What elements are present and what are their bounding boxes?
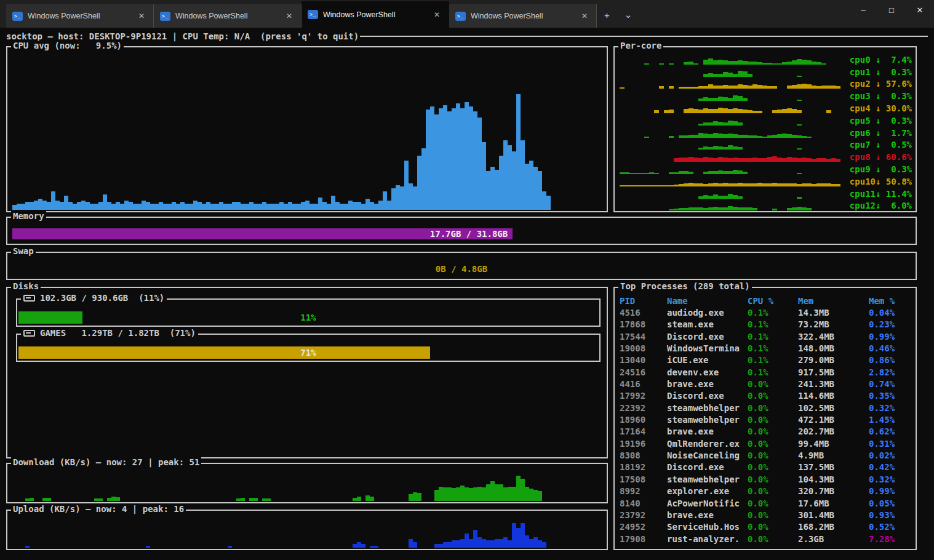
process-mem-pct: 0.04% (869, 308, 913, 318)
process-mem: 168.2MB (798, 522, 869, 532)
process-mem-pct: 7.28% (869, 534, 913, 544)
disks-panel: Disks 102.3GB / 930.6GB (11%) 11% GAMES … (6, 287, 608, 458)
core-row: cpu11↓ 11.4% (620, 186, 913, 199)
process-pid: 4516 (620, 308, 667, 318)
disk-games: GAMES 1.29TB / 1.82TB (71%) 71% (16, 334, 601, 362)
process-mem-pct: 0.99% (869, 332, 913, 342)
disk-system-percent: 11% (18, 311, 598, 324)
process-cpu-pct: 0.1% (748, 308, 798, 318)
process-row: 24516 devenv.exe 0.1% 917.5MB 2.82% (620, 366, 913, 378)
tab-close-icon[interactable]: ✕ (135, 10, 148, 22)
core-row: cpu0 ↓ 7.4% (620, 52, 913, 65)
swap-gauge: 0B / 4.8GB (12, 263, 911, 274)
core-label: cpu10↓ 50.8% (840, 177, 913, 186)
process-mem: 322.4MB (798, 332, 869, 342)
process-cpu-pct: 0.0% (748, 450, 798, 460)
minimize-button[interactable]: – (849, 0, 877, 20)
top-processes-title: Top Processes (289 total) (618, 281, 752, 291)
process-pid: 18960 (620, 415, 667, 425)
app-header: socktop — host: DESKTOP-9P19121 | CPU Te… (6, 30, 928, 42)
cpu-avg-chart (12, 56, 602, 210)
process-mem-pct: 0.31% (869, 439, 913, 449)
core-row: cpu6 ↓ 1.7% (620, 126, 913, 138)
core-sparkline (620, 199, 840, 210)
powershell-icon: >_ (12, 12, 23, 21)
process-row: 18960 steamwebhelper 0.0% 472.1MB 1.45% (620, 414, 913, 425)
process-name: QmlRenderer.ex (667, 439, 748, 449)
swap-panel: Swap 0B / 4.8GB (6, 252, 917, 280)
disk-system-title: 102.3GB / 930.6GB (11%) (21, 293, 167, 303)
process-name: steam.exe (667, 319, 748, 329)
core-row: cpu10↓ 50.8% (620, 174, 913, 186)
process-pid: 4416 (620, 379, 667, 389)
process-mem-pct: 0.52% (869, 522, 913, 532)
tab-close-icon[interactable]: ✕ (431, 9, 443, 20)
core-row: cpu1 ↓ 0.3% (620, 65, 913, 77)
process-rows: 4516 audiodg.exe 0.1% 14.3MB 0.04% 17868… (620, 306, 913, 545)
process-row: 19008 WindowsTermina 0.1% 148.0MB 0.46% (620, 342, 913, 354)
process-name: brave.exe (667, 426, 748, 436)
upload-title: Upload (KB/s) — now: 4 | peak: 16 (11, 504, 186, 514)
col-header-mem: Mem (798, 296, 869, 306)
new-tab-button[interactable]: + (597, 7, 617, 23)
process-mem-pct: 2.82% (869, 367, 913, 377)
disk-games-percent: 71% (18, 346, 598, 359)
process-mem: 472.1MB (798, 415, 869, 425)
process-row: 17992 Discord.exe 0.0% 114.6MB 0.35% (620, 390, 913, 402)
process-mem-pct: 0.32% (869, 474, 913, 484)
core-row: cpu5 ↓ 0.3% (620, 113, 913, 126)
process-name: explorer.exe (667, 486, 748, 496)
per-core-panel: Per-core cpu0 ↓ 7.4% cpu1 ↓ 0.3% cpu2 ↓ … (613, 46, 917, 212)
core-label: cpu8 ↓ 60.6% (840, 152, 913, 162)
disk-system-usage: 102.3GB / 930.6GB (11%) (40, 293, 164, 303)
col-header-pid: PID (620, 296, 667, 306)
process-row: 13040 iCUE.exe 0.1% 279.0MB 0.86% (620, 354, 913, 366)
download-title: Download (KB/s) — now: 27 | peak: 51 (11, 457, 201, 467)
process-mem-pct: 0.42% (869, 462, 913, 472)
tab-close-icon[interactable]: ✕ (578, 10, 591, 22)
tab-windows-powershell[interactable]: >_ Windows PowerShell ✕ (449, 4, 597, 28)
tab-bar: >_ Windows PowerShell ✕ >_ Windows Power… (0, 0, 934, 28)
process-cpu-pct: 0.1% (748, 343, 798, 353)
process-pid: 13040 (620, 355, 667, 365)
process-row: 4416 brave.exe 0.0% 241.3MB 0.74% (620, 378, 913, 390)
tab-list: >_ Windows PowerShell ✕ >_ Windows Power… (6, 1, 597, 28)
core-label: cpu5 ↓ 0.3% (840, 116, 913, 126)
col-header-memp: Mem % (869, 296, 913, 306)
process-row: 18192 Discord.exe 0.0% 137.5MB 0.42% (620, 462, 913, 473)
process-mem: 14.3MB (798, 308, 869, 318)
process-mem: 99.4MB (798, 439, 869, 449)
process-name: devenv.exe (667, 367, 748, 377)
core-row: cpu4 ↓ 30.0% (620, 101, 913, 113)
process-pid: 17508 (620, 474, 667, 484)
tab-windows-powershell[interactable]: >_ Windows PowerShell ✕ (6, 4, 154, 28)
process-pid: 17992 (620, 391, 667, 401)
process-pid: 17868 (620, 319, 667, 329)
process-cpu-pct: 0.0% (748, 426, 798, 436)
tab-windows-powershell[interactable]: >_ Windows PowerShell ✕ (154, 4, 301, 28)
process-pid: 17908 (620, 534, 667, 544)
process-mem-pct: 0.93% (869, 510, 913, 520)
process-name: brave.exe (667, 379, 748, 389)
core-row: cpu3 ↓ 0.3% (620, 89, 913, 101)
process-pid: 8992 (620, 486, 667, 496)
process-row: 17544 Discord.exe 0.1% 322.4MB 0.99% (620, 330, 913, 342)
process-cpu-pct: 0.1% (748, 367, 798, 377)
process-pid: 18192 (620, 462, 667, 472)
process-table: PID Name CPU % Mem Mem % 4516 audiodg.ex… (620, 295, 913, 548)
tab-dropdown-button[interactable]: ⌄ (617, 7, 640, 23)
tab-windows-powershell[interactable]: >_ Windows PowerShell ✕ (301, 1, 449, 28)
process-mem: 241.3MB (798, 379, 869, 389)
core-sparkline (620, 127, 840, 138)
process-cpu-pct: 0.0% (748, 391, 798, 401)
process-cpu-pct: 0.0% (748, 498, 798, 508)
close-button[interactable]: ✕ (906, 0, 934, 20)
process-cpu-pct: 0.1% (748, 319, 798, 329)
process-mem: 4.9MB (798, 450, 869, 460)
maximize-button[interactable]: □ (877, 0, 906, 20)
tab-close-icon[interactable]: ✕ (283, 10, 295, 22)
memory-gauge-fill: 17.7GB / 31.8GB (12, 228, 513, 239)
core-row: cpu12↓ 6.0% (620, 199, 913, 211)
core-label: cpu6 ↓ 1.7% (840, 128, 913, 138)
process-mem: 202.7MB (798, 426, 869, 436)
